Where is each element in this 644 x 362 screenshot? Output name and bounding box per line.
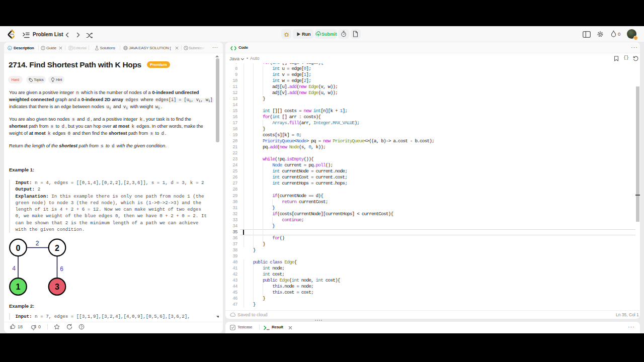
svg-text:2: 2 [36, 240, 39, 247]
svg-text:3: 3 [55, 283, 59, 291]
svg-text:6: 6 [60, 265, 63, 273]
svg-text:1: 1 [16, 283, 21, 291]
svg-text:4: 4 [12, 265, 16, 272]
svg-text:2: 2 [55, 244, 59, 252]
svg-text:0: 0 [16, 244, 21, 252]
